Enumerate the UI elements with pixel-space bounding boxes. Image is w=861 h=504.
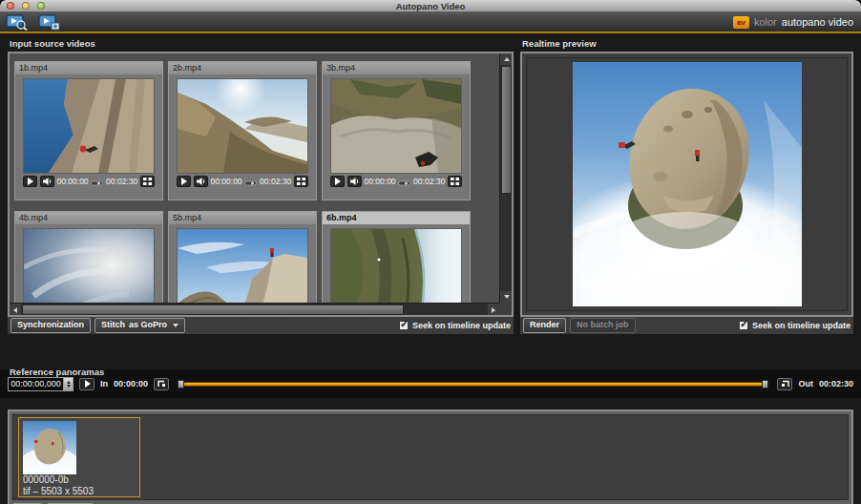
horizontal-scroll-thumb[interactable] bbox=[22, 304, 404, 315]
input-section-label: Input source videos bbox=[10, 38, 95, 49]
app-window: Autopano Video av kolor autopano video I… bbox=[0, 0, 861, 504]
logo-brand: kolor bbox=[754, 16, 777, 28]
close-window-icon[interactable] bbox=[7, 2, 14, 10]
no-batch-job-button: No batch job bbox=[570, 318, 636, 333]
audio-icon[interactable] bbox=[347, 176, 362, 187]
checkbox-checked-icon[interactable]: ✓ bbox=[399, 321, 409, 330]
stitch-button[interactable]: Stitch as GoPro bbox=[94, 318, 185, 333]
video-cell-1b[interactable]: 1b.mp4 bbox=[14, 61, 163, 200]
video-filename: 3b.mp4 bbox=[323, 62, 470, 74]
fullscreen-icon[interactable] bbox=[294, 176, 308, 187]
audio-icon[interactable] bbox=[40, 176, 54, 187]
zoom-window-icon[interactable] bbox=[37, 2, 45, 10]
scrollbar-corner bbox=[499, 303, 512, 315]
play-icon[interactable] bbox=[23, 176, 37, 187]
set-in-point-icon[interactable] bbox=[154, 378, 169, 390]
video-filename: 5b.mp4 bbox=[169, 212, 316, 224]
dropdown-arrow-icon bbox=[173, 324, 178, 327]
preview-viewport[interactable] bbox=[526, 57, 848, 311]
timeline-range-bar[interactable] bbox=[180, 382, 766, 387]
spinner-arrows-icon[interactable] bbox=[63, 377, 74, 391]
scroll-left-icon[interactable] bbox=[10, 304, 21, 316]
vertical-scrollbar[interactable] bbox=[499, 53, 512, 303]
main-content: Input source videos 1b.mp4 bbox=[0, 33, 861, 504]
horizontal-scrollbar[interactable] bbox=[10, 303, 499, 315]
trim-slider-icon[interactable] bbox=[398, 173, 410, 190]
scroll-up-icon[interactable] bbox=[500, 53, 513, 65]
video-in-time: 00:00:00 bbox=[211, 177, 242, 186]
input-panel-footer: Synchronization Stitch as GoPro ✓ Seek o… bbox=[8, 317, 514, 334]
trim-slider-icon[interactable] bbox=[244, 173, 257, 190]
reference-buttons: Edit Remove bbox=[12, 500, 849, 504]
reference-section-label: Reference panoramas bbox=[10, 367, 104, 377]
timeline-play-icon[interactable] bbox=[79, 378, 94, 390]
video-controls: 00:00:00 00:02:30 bbox=[15, 173, 162, 190]
timecode-value[interactable]: 00:00:00,000 bbox=[8, 377, 63, 391]
title-bar: Autopano Video bbox=[0, 0, 861, 12]
vertical-scroll-thumb[interactable] bbox=[501, 66, 512, 194]
video-controls: 00:00:00 00:02:30 bbox=[169, 173, 316, 190]
timeline-slider[interactable] bbox=[175, 377, 771, 391]
realtime-preview-panel bbox=[520, 52, 853, 317]
reference-panoramas-panel: 000000-0b tif – 5503 x 5503 Edit Remove bbox=[8, 410, 853, 504]
video-filename-selected: 6b.mp4 bbox=[323, 212, 470, 224]
kolor-logo: av kolor autopano video bbox=[733, 12, 853, 32]
reference-name: 000000-0b bbox=[23, 474, 136, 486]
add-video-icon[interactable] bbox=[38, 14, 61, 31]
seek-checkbox-preview[interactable]: ✓ Seek on timeline update bbox=[739, 321, 850, 330]
checkbox-checked-icon[interactable]: ✓ bbox=[739, 321, 748, 330]
reference-thumbnail bbox=[23, 421, 76, 474]
out-label: Out bbox=[798, 379, 813, 388]
logo-product: autopano video bbox=[782, 16, 853, 28]
video-cell-2b[interactable]: 2b.mp4 bbox=[168, 61, 317, 200]
video-filename: 2b.mp4 bbox=[169, 62, 316, 74]
video-cell-3b[interactable]: 3b.mp4 bbox=[322, 61, 471, 200]
preview-panel-footer: Render No batch job ✓ Seek on timeline u… bbox=[520, 317, 853, 334]
preview-section-label: Realtime preview bbox=[522, 38, 597, 49]
video-cell-6b[interactable]: 6b.mp4 bbox=[322, 211, 471, 317]
video-filename: 4b.mp4 bbox=[15, 212, 162, 224]
timeline-bar: 00:00:00,000 In 00:00:00 Out 00:02:30 bbox=[0, 369, 861, 398]
panorama-preview-image bbox=[573, 62, 802, 306]
video-out-time: 00:02:30 bbox=[413, 177, 445, 186]
timecode-spinbox[interactable]: 00:00:00,000 bbox=[8, 377, 74, 391]
timeline-playhead-handle[interactable] bbox=[178, 380, 184, 388]
video-thumbnail bbox=[178, 79, 307, 173]
reference-details: tif – 5503 x 5503 bbox=[23, 486, 136, 497]
trim-slider-icon[interactable] bbox=[91, 173, 103, 190]
window-title: Autopano Video bbox=[0, 0, 861, 12]
timeline-out-handle[interactable] bbox=[762, 380, 768, 388]
video-cell-5b[interactable]: 5b.mp4 bbox=[168, 211, 317, 317]
out-time: 00:02:30 bbox=[819, 379, 853, 388]
synchronization-button[interactable]: Synchronization bbox=[10, 318, 91, 333]
video-out-time: 00:02:30 bbox=[106, 177, 137, 186]
scroll-down-icon[interactable] bbox=[500, 291, 513, 303]
in-time: 00:00:00 bbox=[114, 379, 148, 388]
toolbar: av kolor autopano video bbox=[0, 12, 861, 32]
in-label: In bbox=[100, 379, 108, 388]
video-in-time: 00:00:00 bbox=[57, 177, 89, 186]
scroll-right-icon[interactable] bbox=[488, 304, 499, 316]
seek-checkbox-input[interactable]: ✓ Seek on timeline update bbox=[399, 321, 511, 330]
video-thumbnail bbox=[331, 79, 461, 173]
play-icon[interactable] bbox=[330, 176, 345, 187]
render-button[interactable]: Render bbox=[523, 318, 566, 333]
open-videos-icon[interactable] bbox=[6, 14, 29, 31]
reference-list: 000000-0b tif – 5503 x 5503 bbox=[12, 414, 849, 500]
play-icon[interactable] bbox=[177, 176, 191, 187]
video-filename: 1b.mp4 bbox=[15, 62, 162, 74]
fullscreen-icon[interactable] bbox=[448, 176, 462, 187]
video-out-time: 00:02:30 bbox=[260, 177, 291, 186]
audio-icon[interactable] bbox=[194, 176, 208, 187]
video-in-time: 00:00:00 bbox=[365, 177, 396, 186]
video-cell-4b[interactable]: 4b.mp4 00:00:00 00:02:30 bbox=[14, 211, 163, 317]
video-thumbnail bbox=[24, 79, 154, 173]
av-badge-icon: av bbox=[733, 16, 749, 29]
input-videos-panel: 1b.mp4 bbox=[8, 52, 514, 317]
fullscreen-icon[interactable] bbox=[140, 176, 155, 187]
video-controls: 00:00:00 00:02:30 bbox=[323, 173, 470, 190]
minimize-window-icon[interactable] bbox=[22, 2, 30, 10]
reference-item-selected[interactable]: 000000-0b tif – 5503 x 5503 bbox=[18, 417, 140, 497]
set-out-point-icon[interactable] bbox=[777, 378, 792, 390]
